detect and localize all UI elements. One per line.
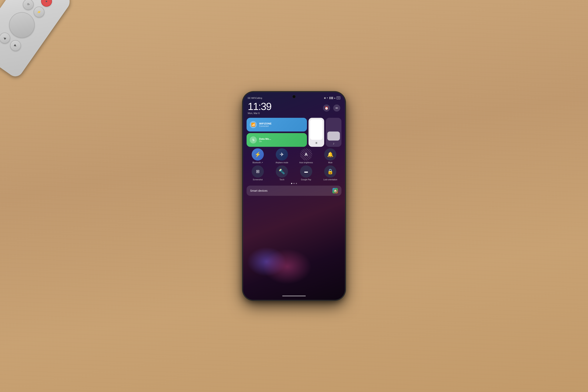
google-pay-label: Google Pay bbox=[301, 178, 311, 181]
signal-icon: ▐▐▐ bbox=[329, 97, 333, 99]
alarm-icon[interactable]: ⏰ bbox=[323, 104, 330, 112]
brightness-fill bbox=[310, 119, 322, 140]
google-home-icon: 🏠 bbox=[332, 188, 338, 194]
time-actions: ⏰ ✏ bbox=[323, 104, 340, 112]
bluetooth-toggle-circle: ⚡ bbox=[252, 148, 264, 160]
tiles-top: 📶 WiFiZONE Connected ☀ ♪ bbox=[246, 118, 342, 147]
google-pay-circle: ▬ bbox=[300, 166, 312, 178]
smart-devices-row[interactable]: Smart devices 🏠 bbox=[246, 186, 342, 196]
phone-body: EE WiFiCalling ▣ ✶ ▐▐▐ ▲ 53 11:39 Mon, M… bbox=[243, 92, 345, 300]
data-name-label: Data Mo... bbox=[259, 138, 271, 140]
screenshot-toggle[interactable]: ⊞ Screenshot bbox=[246, 166, 269, 181]
lock-orientation-toggle[interactable]: 🔒 Lock orientation bbox=[319, 166, 342, 181]
wifi-tile[interactable]: 📶 WiFiZONE Connected bbox=[246, 118, 307, 132]
auto-brightness-toggle[interactable]: A Auto brightness bbox=[295, 148, 317, 164]
remote-btn-2: ⚡ bbox=[32, 4, 47, 20]
control-center: 📶 WiFiZONE Connected ☀ ♪ bbox=[243, 116, 345, 300]
remote-btn-1: ⟳ bbox=[21, 0, 36, 12]
google-pay-toggle[interactable]: ▬ Google Pay bbox=[295, 166, 317, 181]
page-dots bbox=[246, 183, 342, 184]
data-tile[interactable]: ⇅ Data Mo... On bbox=[246, 133, 307, 147]
screenshot-icon: ⊞ bbox=[256, 169, 260, 174]
torch-label: Torch bbox=[280, 178, 284, 181]
screenshot-toggle-circle: ⊞ bbox=[252, 166, 264, 178]
wifi-status: Connected bbox=[259, 125, 272, 127]
auto-brightness-circle: A bbox=[300, 148, 312, 160]
mute-icon: 🔔 bbox=[327, 152, 334, 158]
volume-fill bbox=[327, 132, 340, 140]
airplane-label: Airplane mode bbox=[276, 162, 288, 164]
camera-hole bbox=[293, 95, 295, 98]
torch-toggle[interactable]: 🔦 Torch bbox=[271, 166, 293, 181]
dot-3 bbox=[296, 183, 297, 184]
phone: EE WiFiCalling ▣ ✶ ▐▐▐ ▲ 53 11:39 Mon, M… bbox=[243, 92, 345, 300]
airplane-toggle-circle: ✈ bbox=[276, 148, 288, 160]
dot-1 bbox=[291, 183, 292, 184]
battery-indicator: 53 bbox=[336, 96, 340, 99]
bluetooth-icon: ⚡ bbox=[254, 152, 261, 158]
bluetooth-status-icon: ✶ bbox=[326, 97, 328, 99]
mute-toggle-circle: 🔔 bbox=[324, 148, 336, 160]
google-pay-icon: ▬ bbox=[304, 170, 308, 174]
date-display: Mon, Mar 6 bbox=[248, 112, 271, 115]
data-text: Data Mo... On bbox=[259, 138, 271, 142]
carrier-label: EE WiFiCalling bbox=[248, 97, 262, 99]
airplane-icon: ✈ bbox=[280, 152, 284, 158]
sim-icon: ▣ bbox=[324, 97, 326, 99]
auto-brightness-label: Auto brightness bbox=[299, 162, 313, 164]
lock-orientation-icon: 🔒 bbox=[327, 168, 334, 175]
airplane-toggle[interactable]: ✈ Airplane mode bbox=[271, 148, 293, 164]
wifi-text: WiFiZONE Connected bbox=[259, 122, 272, 127]
brightness-slider[interactable]: ☀ bbox=[308, 118, 324, 147]
bluetooth-label: Bluetooth ↗ bbox=[252, 162, 263, 164]
mute-label: Mute bbox=[328, 162, 332, 164]
toggles-row-2: ⊞ Screenshot 🔦 Torch ▬ G bbox=[246, 166, 342, 181]
dot-2 bbox=[294, 183, 294, 184]
volume-icon: ♪ bbox=[333, 142, 334, 145]
data-icon: ⇅ bbox=[250, 136, 257, 144]
data-status-label: On bbox=[259, 140, 271, 142]
auto-brightness-icon: A bbox=[304, 152, 308, 157]
phone-screen: EE WiFiCalling ▣ ✶ ▐▐▐ ▲ 53 11:39 Mon, M… bbox=[243, 92, 345, 300]
screenshot-label: Screenshot bbox=[253, 178, 263, 181]
volume-slider[interactable]: ♪ bbox=[326, 118, 342, 147]
remote-control: ⏻ ● ⟳ ⚡ ◀ ▶ bbox=[0, 0, 74, 80]
status-icons: ▣ ✶ ▐▐▐ ▲ 53 bbox=[324, 96, 340, 99]
home-bar[interactable] bbox=[282, 296, 306, 296]
smart-devices-label: Smart devices bbox=[250, 189, 268, 192]
edit-icon[interactable]: ✏ bbox=[333, 104, 340, 112]
lock-orientation-label: Lock orientation bbox=[324, 178, 337, 181]
bluetooth-toggle[interactable]: ⚡ Bluetooth ↗ bbox=[246, 148, 269, 164]
torch-toggle-circle: 🔦 bbox=[276, 166, 288, 178]
time-area: 11:39 Mon, Mar 6 ⏰ ✏ bbox=[243, 100, 345, 116]
wifi-name: WiFiZONE bbox=[259, 122, 272, 125]
torch-icon: 🔦 bbox=[279, 168, 285, 175]
toggles-row-1: ⚡ Bluetooth ↗ ✈ Airplane mode A bbox=[246, 148, 342, 164]
brightness-icon: ☀ bbox=[315, 141, 318, 145]
wifi-status-icon: ▲ bbox=[334, 97, 336, 99]
wifi-icon: 📶 bbox=[250, 121, 257, 128]
lock-orientation-circle: 🔒 bbox=[324, 166, 336, 178]
mute-toggle[interactable]: 🔔 Mute bbox=[319, 148, 342, 164]
time-display: 11:39 bbox=[248, 101, 271, 112]
remote-btn-fwd: ▶ bbox=[8, 38, 23, 53]
